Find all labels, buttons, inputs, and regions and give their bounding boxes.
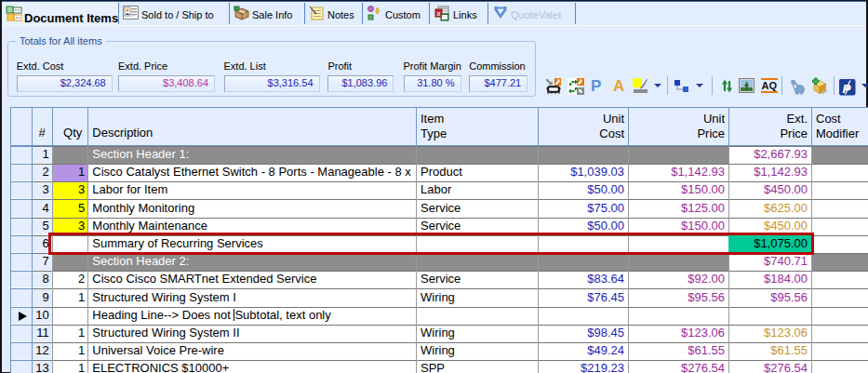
svg-text:a: a [436, 10, 440, 17]
svg-text:AQ: AQ [762, 80, 778, 91]
